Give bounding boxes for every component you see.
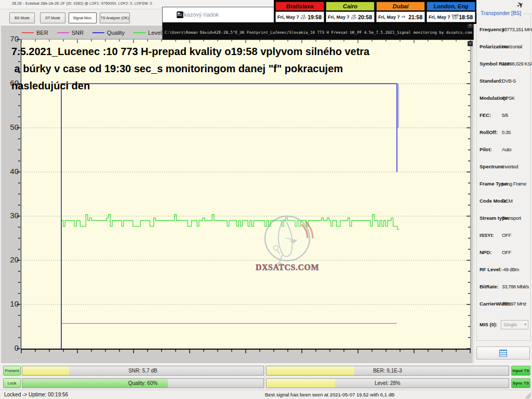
mis-value: Single (503, 322, 517, 327)
transponder-row: Modulation:QPSK (477, 95, 530, 102)
transponder-row: ISSYI:OFF (477, 232, 530, 240)
clock-city: Cairo (326, 2, 375, 11)
clock-body: Fri, May 7 GMTDST 18:58 (427, 11, 475, 22)
transponder-row: Pilot:Auto (477, 147, 530, 154)
legend-label: Quality (107, 30, 125, 36)
field-label: RollOff: (480, 129, 498, 135)
quality-line-swatch (92, 32, 104, 33)
meters-divider (264, 366, 266, 388)
field-value: -49 dBm (502, 267, 519, 272)
y-tick-label: 20 (1, 255, 19, 264)
field-label: MIS (0): (480, 322, 497, 327)
clock-date: Fri, May 7 (378, 15, 400, 20)
transponder-row: Frequency:10773,151 MHz (477, 26, 530, 34)
dxsatcs-watermark-logo: DXSATCS.COM (255, 214, 320, 273)
level-line-swatch (134, 32, 145, 33)
save-log-button[interactable] (476, 347, 530, 360)
bs-mode-button[interactable]: BS Mode (9, 12, 35, 23)
field-value: 33,788 Mbit/s (502, 284, 529, 289)
clock-time: 20:58 (358, 14, 372, 20)
clock-date: Fri, May 7 (429, 15, 450, 20)
clock-city: Bratislava (275, 2, 324, 11)
y-tick-label: 70 (1, 34, 19, 43)
app-window: 28.2E - Eutelsat 28A-2A-2E-2F (ID: 0282)… (0, 0, 532, 399)
quality-bar-text: Quality: 60% (22, 379, 263, 388)
legend-item-quality: Quality (92, 30, 125, 36)
transponder-row: Stream type:Transport (477, 215, 530, 222)
field-value: Transport (502, 215, 521, 221)
dt-mode-button[interactable]: DT Mode (40, 12, 65, 23)
utc-offset: +4 (402, 16, 405, 18)
transponder-row: Polarization:Horizontal (477, 44, 530, 51)
status-bar: Locked -> Uptime: 00:19:56 Best signal h… (0, 390, 532, 399)
clock-london: London, Eng Fri, May 7 GMTDST 18:58 (427, 0, 475, 24)
y-tick-label: 10 (1, 299, 19, 308)
field-label: RF Level: (480, 267, 502, 272)
clock-body: Fri, May 7 +1DST 19:58 (275, 11, 324, 22)
clock-offset: GMTDST (452, 15, 459, 20)
transponder-row: BitRate:33,788 Mbit/s (477, 284, 530, 291)
transponder-row: Standard:DVB-S (477, 78, 530, 85)
transponder-row: CarrierWidth:29,697 MHz (477, 301, 530, 308)
field-label: Standard: (480, 78, 502, 84)
y-tick-label: 30 (1, 211, 19, 220)
transponder-row: Code Mode:CCM (477, 198, 530, 205)
command-prompt-title: Príkazový riadok (177, 11, 219, 18)
clock-cairo: Cairo Fri, May 7 +2DST 20:58 (326, 0, 375, 24)
annotation-line: 7.5.2021_Lucenec :10 773 H-prepad kvalit… (11, 43, 458, 60)
field-value: QPSK (502, 95, 515, 101)
transponder-row: RollOff:0.35 (477, 129, 530, 137)
y-tick-label: 0 (1, 343, 19, 352)
ber-line-swatch (22, 32, 34, 33)
clock-time: 21:58 (408, 14, 422, 20)
console-scrollbar[interactable]: ˄ ˅ (467, 23, 473, 40)
transponder-row: Symbol Rate:21998,029 KS/s (477, 61, 530, 68)
resize-grip[interactable] (525, 392, 531, 398)
input-ts-indicator: Input TS (511, 366, 530, 376)
field-label: Pilot: (480, 147, 492, 152)
clock-city: Dubai (376, 2, 425, 11)
best-signal-text: Best signal has been seen at 2021-05-07 … (265, 392, 394, 397)
field-label: BitRate: (480, 284, 498, 289)
field-value: Horizontal (502, 44, 522, 49)
ts-analyzer-button[interactable]: TS Analyzer (OK) (100, 12, 130, 23)
lock-indicator: Lock (3, 378, 21, 388)
scroll-down-icon[interactable]: ˅ (468, 41, 473, 46)
clock-dubai: Dubai Fri, May 7 +4 21:58 (376, 0, 425, 24)
field-label: ISSYI: (480, 232, 494, 238)
clock-date: Fri, May 7 (328, 15, 350, 20)
ber-bar-text: BER: 9,1E-3 (267, 366, 509, 375)
signal-mon-button[interactable]: Signal Mon. (69, 12, 97, 23)
command-line-text: C:\Users\Roman Dávid>A2E-28,5°E_UK Footp… (165, 30, 472, 35)
legend-label: Level (148, 30, 162, 36)
transponder-title: Transponder [BS] (479, 10, 523, 16)
legend-label: SNR (72, 30, 84, 36)
field-value: 21998,029 KS/s (502, 61, 532, 66)
field-value: OFF (502, 232, 511, 238)
clock-body: Fri, May 7 +4 21:58 (376, 11, 425, 22)
clock-offset: +2DST (351, 15, 357, 20)
transponder-row: Frame Type:Long Frame (477, 181, 530, 188)
clock-offset: +4 (402, 16, 405, 18)
world-clocks-panel: Bratislava Fri, May 7 +1DST 19:58 Cairo … (274, 0, 476, 24)
dst-flag: DST (453, 17, 458, 20)
snr-bar: SNR: 5,7 dB (22, 366, 264, 376)
field-label: Spectrum: (480, 164, 504, 169)
signal-chart: BER SNR Quality Level 010203040506070 (1, 25, 473, 363)
field-value: Inverted (502, 164, 518, 169)
mis-dropdown[interactable]: Single▾ (501, 320, 528, 329)
annotation-line: nasledujúci den (11, 77, 458, 95)
save-log-icon (499, 350, 507, 357)
annotation-line: a búrky v case od 19:30 sec_s monitoring… (11, 60, 458, 77)
legend-label: BER (36, 30, 48, 36)
watermark-text: DXSATCS.COM (256, 263, 319, 272)
mis-row: MIS (0): Single▾ (477, 322, 530, 331)
level-series-line (61, 215, 400, 349)
snr-line-swatch (57, 32, 69, 33)
lock-status-text: Locked -> Uptime: 00:19:56 (4, 392, 68, 397)
present-indicator: Present (3, 366, 21, 376)
clock-date: Fri, May 7 (277, 15, 299, 20)
field-value: Auto (502, 147, 511, 152)
field-value: CCM (502, 198, 512, 204)
clock-body: Fri, May 7 +2DST 20:58 (326, 11, 375, 22)
